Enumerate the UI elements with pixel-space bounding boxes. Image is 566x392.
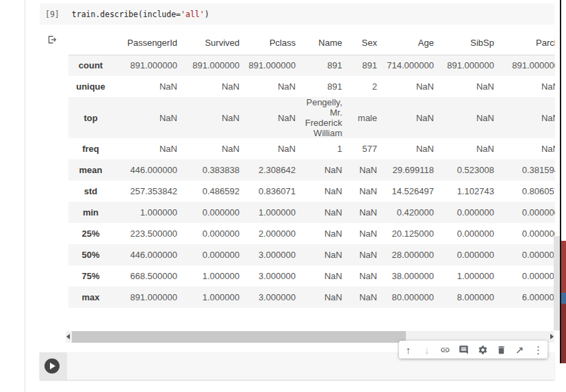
table-row: count891.000000891.000000891.00000089189…: [68, 55, 555, 76]
cell: NaN: [434, 138, 494, 159]
cell: NaN: [494, 76, 555, 97]
cell: NaN: [177, 97, 240, 138]
cell: 8.000000: [434, 287, 494, 308]
cell: 3.000000: [240, 265, 296, 287]
row-label: 50%: [68, 244, 113, 265]
cell-settings-button[interactable]: [476, 343, 489, 356]
cell: 0.000000: [494, 244, 555, 265]
move-cell-down-button[interactable]: ↓: [421, 343, 433, 356]
cell: NaN: [113, 138, 177, 159]
cell: NaN: [296, 202, 342, 223]
move-cell-up-button[interactable]: ↑: [402, 343, 415, 356]
cell: 1: [296, 138, 342, 159]
cell: NaN: [240, 76, 296, 97]
cell: 0.000000: [177, 223, 240, 244]
cell: 891.000000: [494, 55, 555, 76]
cell: 0.381594: [494, 159, 555, 181]
link-icon: [440, 345, 450, 355]
cell: 0.383838: [177, 159, 240, 181]
cell: 1.000000: [177, 265, 240, 287]
screen-edge-artifact-red: [561, 241, 566, 293]
cell: 14.526497: [377, 181, 434, 202]
code-string-literal: 'all': [181, 10, 205, 19]
code-line[interactable]: train.describe(include='all'): [72, 10, 209, 19]
cell: 29.699118: [377, 159, 434, 181]
cell: NaN: [494, 138, 555, 159]
row-label: min: [68, 202, 113, 223]
cell: NaN: [240, 138, 296, 159]
cell: male: [342, 97, 377, 138]
cell: 1.102743: [434, 181, 494, 202]
cell: 714.000000: [377, 55, 434, 76]
output-vertical-scrollbar[interactable]: [554, 236, 560, 330]
gear-icon: [478, 345, 488, 355]
cell: 0.000000: [434, 244, 494, 265]
column-header: Age: [377, 31, 434, 55]
row-label: unique: [68, 76, 113, 97]
play-icon: [50, 363, 55, 369]
cell: Pengelly, Mr. Frederick William: [296, 97, 342, 138]
cell: 1.000000: [240, 202, 296, 223]
cell: NaN: [494, 97, 555, 138]
cell: NaN: [113, 97, 177, 138]
cell: 891.000000: [434, 55, 494, 76]
cell: 0.000000: [434, 223, 494, 244]
dataframe-body: count891.000000891.000000891.00000089189…: [68, 55, 555, 308]
row-label: freq: [68, 138, 113, 159]
column-header: Survived: [177, 31, 240, 55]
cell: 223.500000: [113, 223, 177, 244]
scroll-right-arrow-icon[interactable]: [550, 334, 554, 339]
row-label: mean: [68, 159, 113, 181]
table-row: std257.3538420.4865920.836071NaNNaN14.52…: [68, 181, 555, 202]
arrow-up-right-icon: ↗: [515, 345, 524, 355]
cell: 891.000000: [177, 55, 240, 76]
screen-edge-artifact-blue: [561, 293, 566, 304]
delete-cell-button[interactable]: [495, 343, 507, 356]
cell: 2.000000: [240, 223, 296, 244]
arrow-down-icon: ↓: [424, 345, 430, 355]
cell: 2: [342, 76, 377, 97]
cell: 446.000000: [113, 159, 177, 181]
cell: 0.000000: [494, 202, 555, 223]
cell: 891: [342, 55, 377, 76]
cell: 0.486592: [177, 181, 240, 202]
add-comment-button[interactable]: [458, 343, 470, 356]
cell: 6.000000: [494, 287, 555, 308]
row-label: max: [68, 287, 113, 308]
cell: NaN: [342, 287, 377, 308]
screen-edge-artifact-darkred: [561, 304, 566, 363]
scroll-left-arrow-icon[interactable]: [66, 334, 70, 339]
cell-output-icon: [47, 34, 57, 45]
cell: 0.420000: [377, 202, 434, 223]
cell: 0.000000: [434, 202, 494, 223]
cell: NaN: [377, 76, 434, 97]
table-row: min1.0000000.0000001.000000NaNNaN0.42000…: [68, 202, 555, 223]
table-row: freqNaNNaNNaN1577NaNNaNNaN: [68, 138, 555, 159]
cell: 1.000000: [113, 202, 177, 223]
vertical-dots-icon: ⋮: [533, 345, 543, 355]
cell: NaN: [177, 138, 240, 159]
open-in-new-button[interactable]: ↗: [513, 343, 526, 356]
cell-toolbar: ↑ ↓ ↗ ⋮: [399, 341, 548, 358]
more-options-button[interactable]: ⋮: [532, 343, 544, 356]
cell: NaN: [296, 159, 342, 181]
cell: NaN: [434, 97, 494, 138]
cell: 0.000000: [494, 223, 555, 244]
cell: 891: [296, 76, 342, 97]
table-row: max891.0000001.0000003.000000NaNNaN80.00…: [68, 287, 555, 308]
horizontal-scrollbar-thumb[interactable]: [72, 331, 406, 343]
arrow-up-icon: ↑: [406, 345, 411, 355]
run-cell-button[interactable]: [44, 358, 60, 374]
dataframe-table: PassengerIdSurvivedPclassNameSexAgeSibSp…: [68, 31, 555, 308]
column-header: PassengerId: [113, 31, 177, 55]
cell: 3.000000: [240, 287, 296, 308]
cell: 891.000000: [240, 55, 296, 76]
column-header: Sex: [342, 31, 377, 55]
cell: 891.000000: [113, 287, 177, 308]
cell: 38.000000: [377, 265, 434, 287]
cell: NaN: [434, 76, 494, 97]
code-cell[interactable]: [9] train.describe(include='all'): [40, 3, 554, 25]
table-row: mean446.0000000.3838382.308642NaNNaN29.6…: [68, 159, 555, 181]
copy-cell-link-button[interactable]: [439, 343, 452, 356]
cell: 0.000000: [177, 202, 240, 223]
